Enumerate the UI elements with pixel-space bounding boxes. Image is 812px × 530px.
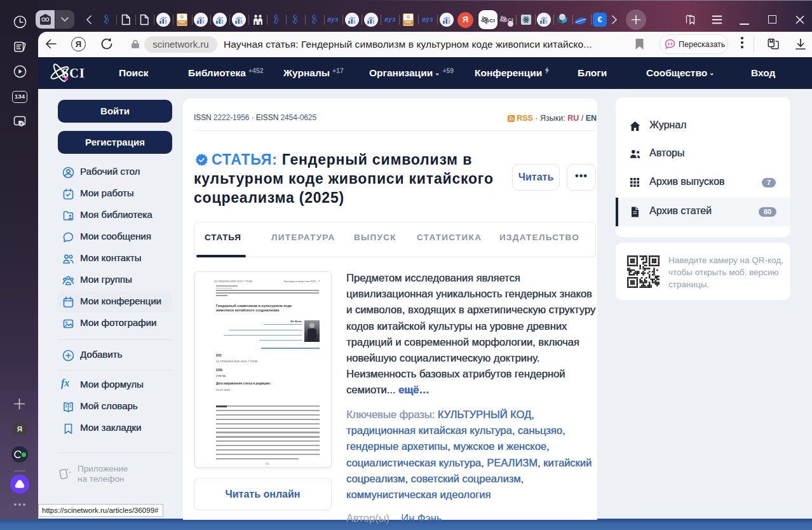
svg-text:SCI: SCI — [62, 66, 85, 80]
